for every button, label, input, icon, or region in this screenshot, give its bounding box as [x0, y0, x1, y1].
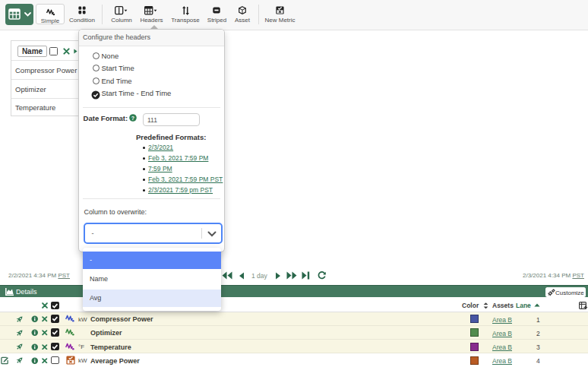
svg-text:?: ? — [131, 116, 134, 121]
